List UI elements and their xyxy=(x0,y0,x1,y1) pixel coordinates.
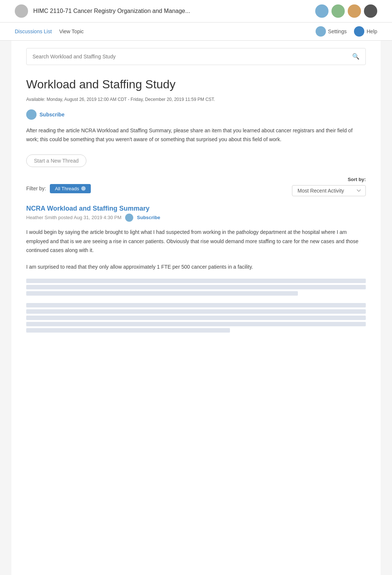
discussions-list-link[interactable]: Discussions List xyxy=(15,28,52,35)
filter-left: Filter by: All Threads xyxy=(26,176,91,193)
help-button[interactable]: Help xyxy=(354,26,377,37)
help-icon xyxy=(354,26,364,37)
thread-meta: Heather Smith posted Aug 31, 2019 4:30 P… xyxy=(26,214,366,222)
redacted-line xyxy=(26,303,366,307)
avatar-2 xyxy=(331,4,345,18)
filter-sort-row: Filter by: All Threads Sort by: Most Rec… xyxy=(26,176,366,197)
filter-label: Filter by: xyxy=(26,185,46,193)
search-icon[interactable]: 🔍 xyxy=(352,52,360,61)
course-logo-icon xyxy=(15,4,28,18)
thread-paragraph-1: I would begin by saying the article brou… xyxy=(26,228,366,255)
settings-label: Settings xyxy=(328,28,347,35)
thread-subscribe-button[interactable]: Subscribe xyxy=(137,214,160,221)
redacted-line xyxy=(26,322,366,326)
filter-dot-icon xyxy=(81,186,86,191)
subscribe-area: Subscribe xyxy=(26,109,366,120)
redacted-line xyxy=(26,309,366,314)
redacted-line xyxy=(26,285,366,289)
filter-value-label: All Threads xyxy=(55,186,79,191)
help-label: Help xyxy=(367,28,377,35)
subscribe-icon xyxy=(26,109,37,120)
description-text: After reading the article NCRA Workload … xyxy=(26,126,366,144)
avatar-4 xyxy=(364,4,377,18)
course-title: HIMC 2110-71 Cancer Registry Organizatio… xyxy=(33,7,310,16)
settings-button[interactable]: Settings xyxy=(316,26,347,37)
top-header: HIMC 2110-71 Cancer Registry Organizatio… xyxy=(0,0,392,23)
redacted-line xyxy=(26,328,230,333)
redacted-content-2 xyxy=(26,303,366,333)
redacted-line xyxy=(26,291,298,296)
redacted-line xyxy=(26,279,366,283)
sort-right: Sort by: Most Recent Activity xyxy=(292,176,366,197)
sort-label: Sort by: xyxy=(348,176,366,183)
subscribe-button[interactable]: Subscribe xyxy=(39,112,65,118)
thread-subscribe-icon xyxy=(125,214,133,222)
sort-dropdown[interactable]: Most Recent Activity xyxy=(292,185,366,196)
nav-bar: Discussions List View Topic Settings Hel… xyxy=(0,23,392,41)
view-topic-link[interactable]: View Topic xyxy=(59,28,83,35)
thread-paragraph-2: I am surprised to read that they only al… xyxy=(26,262,366,272)
thread-posted-by: Heather Smith posted Aug 31, 2019 4:30 P… xyxy=(26,214,121,221)
thread-item: NCRA Workload and Staffing Summary Heath… xyxy=(26,204,366,333)
redacted-line xyxy=(26,316,366,320)
thread-title-link[interactable]: NCRA Workload and Staffing Summary xyxy=(26,205,149,212)
redacted-content-1 xyxy=(26,279,366,296)
avatar-1 xyxy=(315,4,329,18)
nav-right: Settings Help xyxy=(316,26,377,37)
main-content: 🔍 Workload and Staffing Study Available:… xyxy=(11,41,381,575)
user-avatars xyxy=(315,4,377,18)
avatar-3 xyxy=(348,4,361,18)
start-new-thread-button[interactable]: Start a New Thread xyxy=(26,154,86,167)
search-input[interactable] xyxy=(32,54,352,59)
settings-icon xyxy=(316,26,326,37)
nav-left: Discussions List View Topic xyxy=(15,28,84,35)
page-title: Workload and Staffing Study xyxy=(26,75,366,93)
filter-all-threads-button[interactable]: All Threads xyxy=(50,184,91,193)
search-bar: 🔍 xyxy=(26,48,366,65)
availability-text: Available: Monday, August 26, 2019 12:00… xyxy=(26,96,366,103)
